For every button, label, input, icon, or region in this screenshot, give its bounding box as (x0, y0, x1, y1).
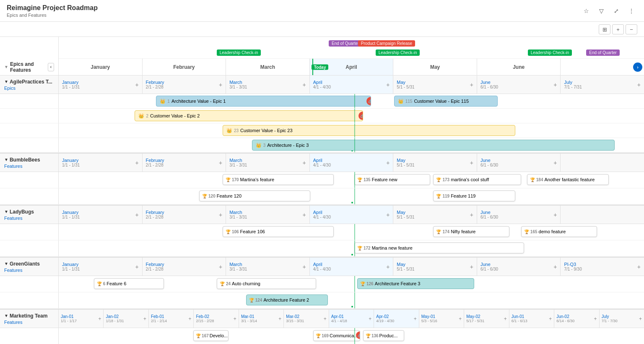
agile-sprint-feb-name: February (146, 80, 164, 85)
milestone-lc3: Leadership Check-in (528, 50, 572, 56)
feature-119-bar[interactable]: 🏆 119 Feature 119 (433, 190, 515, 201)
agile-sprint-jul-name: July (564, 80, 582, 85)
team-greengiants-name[interactable]: ▼ GreenGiants (4, 261, 54, 267)
feature-106-bar[interactable]: 🏆 106 Feature 106 (223, 226, 334, 237)
month-feb: February (143, 59, 226, 75)
month-jan: January (59, 59, 143, 75)
agile-sprint-jun-dates: 6/1 - 6/30 (480, 85, 498, 89)
agile-sprint-apr-name: April (313, 80, 331, 85)
team-bumblebees-type[interactable]: Features (4, 164, 54, 169)
feature-124-bar[interactable]: 🏆 124 Architecture Feature 2 (246, 294, 328, 305)
agile-sprint-feb-dates: 2/1 - 2/28 (146, 85, 164, 89)
team-agile-type[interactable]: Epics (4, 86, 54, 91)
add-apr-button[interactable]: + (386, 81, 390, 88)
month-extra: › (561, 59, 644, 75)
more-icon[interactable]: ⋮ (626, 5, 637, 17)
expand-icon[interactable]: ⤢ (610, 5, 622, 17)
agile-sprint-may-dates: 5/1 - 5/31 (397, 85, 414, 89)
today-badge: Today (312, 64, 329, 70)
team-ladybugs-type[interactable]: Features (4, 216, 54, 221)
milestone-pc: Product Campaign Release (358, 40, 415, 47)
milestone-eq2: End of Quarter (586, 50, 620, 56)
add-jul-button[interactable]: + (637, 81, 641, 88)
agile-sprint-may-name: May (397, 80, 414, 85)
milestone-lc1: Leadership Check-in (217, 50, 261, 56)
epic-3-bar[interactable]: 👑 3 Architecture - Epic 3 (252, 140, 615, 151)
feature-172-bar[interactable]: 🏆 172 Martina new feature (354, 242, 524, 253)
milestone-lc2: Leadership Check-in (376, 50, 420, 56)
agile-sprint-jan-dates: 1/1 - 1/31 (62, 85, 80, 89)
epic-2-link[interactable]: 🔗 (358, 112, 363, 120)
agile-sprint-apr-dates: 4/1 - 4/30 (313, 85, 331, 89)
zoom-out-button[interactable]: − (626, 24, 637, 34)
feature-126-bar[interactable]: 🏆 126 Architecture Feature 3 (357, 278, 474, 289)
feature-24-bar[interactable]: 🏆 24 Auto churning (217, 278, 316, 289)
feature-120-bar[interactable]: 🏆 120 Feature 120 (199, 190, 310, 201)
filter-icon[interactable]: ▽ (595, 5, 607, 17)
feature-165-bar[interactable]: 🏆 165 demo feature (521, 226, 597, 237)
teams-header: Epics and Features (10, 61, 44, 73)
team-greengiants-type[interactable]: Features (4, 268, 54, 273)
epic-2-bar[interactable]: 👑 2 Customer Value - Epic 2 🔗 (135, 110, 363, 121)
epic-23-bar[interactable]: 👑 23 Customer Value - Epic 23 (223, 125, 515, 136)
epic-1-bar[interactable]: 👑 1 Architecture Value - Epic 1 🔗 (156, 96, 371, 107)
epic-115-bar[interactable]: 👑 115 Customer Value - Epic 115 (394, 96, 498, 107)
feature-174-bar[interactable]: 🏆 174 Nifty feature (433, 226, 509, 237)
feature-184-bar[interactable]: 🏆 184 Another fantastic feature (527, 174, 609, 185)
feature-170-bar[interactable]: 🏆 170 Martina's feature (223, 174, 334, 185)
milestone-eq1: End of Quarter (329, 40, 362, 47)
agile-sprint-mar-dates: 3/1 - 3/31 (229, 85, 247, 89)
toolbar: ⊞ + − (0, 22, 644, 37)
team-ladybugs-name[interactable]: ▼ LadyBugs (4, 209, 54, 215)
team-marketing-type[interactable]: Features (4, 320, 54, 325)
epic-1-link[interactable]: 🔗 (366, 97, 371, 105)
feature-136-bar[interactable]: 🏆 136 Produc... (363, 330, 404, 341)
feature-173-bar[interactable]: 🏆 173 martina's cool stuff (433, 174, 521, 185)
agile-sprint-jun-name: June (480, 80, 498, 85)
grid-button[interactable]: ⊞ (599, 24, 610, 34)
star-icon[interactable]: ☆ (580, 5, 592, 17)
team-bumblebees-name[interactable]: ▼ BumbleBees (4, 157, 54, 163)
feature-135-bar[interactable]: 🏆 135 Feature new (354, 174, 430, 185)
app-subtitle: Epics and Features (7, 13, 98, 18)
add-mar-button[interactable]: + (303, 81, 306, 88)
add-feb-button[interactable]: + (219, 81, 222, 88)
agile-sprint-jan-name: January (62, 80, 80, 85)
zoom-in-button[interactable]: + (612, 24, 624, 34)
month-may: May (393, 59, 477, 75)
month-apr: April Today (310, 59, 394, 75)
app-title: Reimagine Project Roadmap (7, 4, 98, 12)
feature-169-bar[interactable]: 🏆 169 Communica... 🔗 (313, 330, 360, 341)
app-header: Reimagine Project Roadmap Epics and Feat… (0, 0, 644, 22)
feature-6-bar[interactable]: 🏆 6 Feature 6 (94, 278, 164, 289)
month-jun: June (477, 59, 561, 75)
feature-167-bar[interactable]: 🏆 167 Develo... (193, 330, 229, 341)
add-jan-button[interactable]: + (135, 81, 138, 88)
header-actions: ☆ ▽ ⤢ ⋮ (580, 5, 637, 17)
nav-right-button[interactable]: › (633, 63, 642, 72)
team-agile-name[interactable]: ▼ AgilePractices T... (4, 79, 54, 85)
nav-left-button[interactable]: ‹ (48, 63, 54, 71)
agile-sprint-mar-name: March (229, 80, 247, 85)
agile-sprint-jul-dates: 7/1 - 7/31 (564, 85, 582, 89)
month-mar: March (226, 59, 310, 75)
add-may-button[interactable]: + (470, 81, 473, 88)
add-jun-button[interactable]: + (553, 81, 557, 88)
team-marketing-name[interactable]: ▼ Marketing Team (4, 313, 54, 319)
